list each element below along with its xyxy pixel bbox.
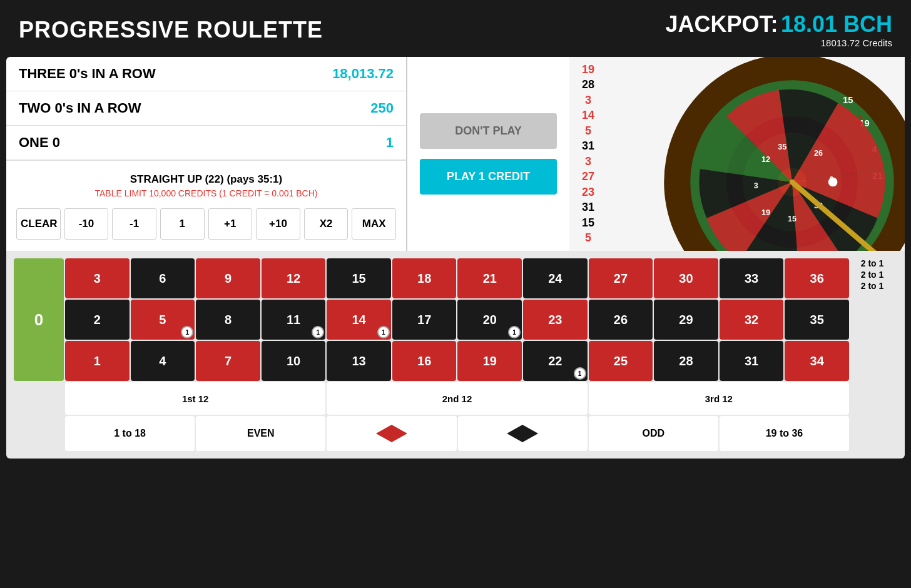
wheel-num-14: 14 bbox=[572, 109, 604, 122]
dont-play-button[interactable]: DON'T PLAY bbox=[420, 113, 557, 149]
payout-label-three: THREE 0's IN A ROW bbox=[19, 66, 156, 82]
wheel-panel: 19 28 3 14 5 31 3 27 23 31 15 5 bbox=[569, 57, 905, 251]
num-35[interactable]: 35 bbox=[785, 300, 849, 340]
num-18[interactable]: 18 bbox=[392, 258, 457, 298]
payout-value-one: 1 bbox=[386, 134, 394, 151]
wheel-num-3b: 3 bbox=[572, 155, 604, 168]
second-dozen[interactable]: 2nd 12 bbox=[327, 382, 587, 415]
num-12[interactable]: 12 bbox=[262, 258, 326, 298]
numbers-columns: 3 6 9 12 15 18 21 24 27 30 33 36 2 51 8 … bbox=[65, 258, 849, 381]
num-24[interactable]: 24 bbox=[523, 258, 588, 298]
num-15[interactable]: 15 bbox=[327, 258, 391, 298]
num-16[interactable]: 16 bbox=[392, 341, 457, 381]
num-33[interactable]: 33 bbox=[720, 258, 784, 298]
num-22[interactable]: 221 bbox=[523, 341, 588, 381]
times-two-button[interactable]: X2 bbox=[304, 208, 349, 240]
minus-ten-button[interactable]: -10 bbox=[64, 208, 109, 240]
num-34[interactable]: 34 bbox=[785, 341, 849, 381]
num-25[interactable]: 25 bbox=[589, 341, 653, 381]
minus-one-button[interactable]: -1 bbox=[112, 208, 156, 240]
two-to-one-top[interactable]: 2 to 1 bbox=[850, 258, 894, 268]
num-36[interactable]: 36 bbox=[785, 258, 849, 298]
bet-info-limit: TABLE LIMIT 10,000 CREDITS (1 CREDIT = 0… bbox=[16, 188, 396, 198]
wheel-num-31a: 31 bbox=[572, 139, 604, 153]
plus-ten-button[interactable]: +10 bbox=[256, 208, 300, 240]
payout-row-one-zero: ONE 0 1 bbox=[6, 126, 406, 160]
two-to-one-bot[interactable]: 2 to 1 bbox=[850, 281, 894, 291]
num-29[interactable]: 29 bbox=[654, 300, 718, 340]
page-title: PROGRESSIVE ROULETTE bbox=[19, 17, 323, 43]
wheel-num-31b: 31 bbox=[572, 201, 604, 214]
wheel-numbers: 19 28 3 14 5 31 3 27 23 31 15 5 bbox=[569, 57, 607, 251]
chip-22: 1 bbox=[574, 367, 586, 380]
num-5[interactable]: 51 bbox=[131, 300, 195, 340]
header: PROGRESSIVE ROULETTE JACKPOT: 18.01 BCH … bbox=[0, 0, 911, 57]
num-17[interactable]: 17 bbox=[392, 300, 457, 340]
num-32[interactable]: 32 bbox=[720, 300, 784, 340]
num-27[interactable]: 27 bbox=[589, 258, 653, 298]
clear-button[interactable]: CLEAR bbox=[16, 208, 61, 240]
bet-1-to-18[interactable]: 1 to 18 bbox=[65, 416, 195, 451]
svg-text:3: 3 bbox=[754, 182, 758, 191]
num-20[interactable]: 201 bbox=[457, 300, 522, 340]
zero-cell[interactable]: 0 bbox=[14, 258, 64, 381]
num-8[interactable]: 8 bbox=[196, 300, 260, 340]
num-23[interactable]: 23 bbox=[523, 300, 588, 340]
number-row-1: 3 6 9 12 15 18 21 24 27 30 33 36 bbox=[65, 258, 849, 298]
num-21[interactable]: 21 bbox=[457, 258, 522, 298]
svg-text:26: 26 bbox=[814, 149, 823, 158]
two-to-one-mid[interactable]: 2 to 1 bbox=[850, 270, 894, 280]
num-30[interactable]: 30 bbox=[654, 258, 718, 298]
chip-20: 1 bbox=[508, 326, 521, 338]
bet-odd[interactable]: ODD bbox=[589, 416, 718, 451]
payout-table: THREE 0's IN A ROW 18,013.72 TWO 0's IN … bbox=[6, 57, 407, 251]
bet-even[interactable]: EVEN bbox=[196, 416, 325, 451]
svg-text:35: 35 bbox=[778, 143, 786, 151]
svg-text:15: 15 bbox=[788, 215, 796, 223]
wheel-num-5b: 5 bbox=[572, 231, 604, 245]
wheel-num-23: 23 bbox=[572, 186, 604, 199]
num-26[interactable]: 26 bbox=[589, 300, 653, 340]
payout-label-two: TWO 0's IN A ROW bbox=[19, 100, 141, 116]
number-row-3: 1 4 7 10 13 16 19 221 25 28 31 34 bbox=[65, 341, 849, 381]
num-3[interactable]: 3 bbox=[65, 258, 130, 298]
black-diamond-icon bbox=[507, 425, 538, 442]
num-14[interactable]: 141 bbox=[327, 300, 391, 340]
bet-19-to-36[interactable]: 19 to 36 bbox=[720, 416, 849, 451]
svg-text:15: 15 bbox=[843, 95, 853, 105]
num-11[interactable]: 111 bbox=[262, 300, 326, 340]
num-4[interactable]: 4 bbox=[131, 341, 195, 381]
num-7[interactable]: 7 bbox=[196, 341, 260, 381]
dozen-bets: 1st 12 2nd 12 3rd 12 bbox=[14, 382, 897, 415]
svg-text:19: 19 bbox=[761, 208, 770, 217]
num-19[interactable]: 19 bbox=[457, 341, 522, 381]
bet-red[interactable] bbox=[327, 416, 456, 451]
payout-label-one: ONE 0 bbox=[19, 134, 60, 151]
num-6[interactable]: 6 bbox=[131, 258, 195, 298]
jackpot-header: JACKPOT: 18.01 BCH bbox=[665, 11, 892, 38]
third-dozen[interactable]: 3rd 12 bbox=[589, 382, 849, 415]
num-1[interactable]: 1 bbox=[65, 341, 130, 381]
plus-one-button[interactable]: +1 bbox=[208, 208, 253, 240]
bet-black[interactable] bbox=[458, 416, 588, 451]
jackpot-credits: 18013.72 Credits bbox=[665, 38, 892, 48]
first-dozen[interactable]: 1st 12 bbox=[65, 382, 325, 415]
payout-value-two: 250 bbox=[370, 100, 394, 116]
jackpot-area: JACKPOT: 18.01 BCH 18013.72 Credits bbox=[665, 11, 892, 48]
jackpot-label: JACKPOT: bbox=[665, 11, 778, 37]
board-area: 0 3 6 9 12 15 18 21 24 27 30 33 36 2 51 bbox=[6, 251, 905, 459]
num-10[interactable]: 10 bbox=[262, 341, 326, 381]
play-button[interactable]: PLAY 1 CREDIT bbox=[420, 159, 557, 195]
num-2[interactable]: 2 bbox=[65, 300, 130, 340]
chip-11: 1 bbox=[312, 326, 324, 338]
even-money-bets: 1 to 18 EVEN ODD 19 to 36 bbox=[14, 416, 897, 451]
num-28[interactable]: 28 bbox=[654, 341, 718, 381]
action-buttons-panel: DON'T PLAY PLAY 1 CREDIT bbox=[407, 57, 569, 251]
max-button[interactable]: MAX bbox=[352, 208, 396, 240]
num-31[interactable]: 31 bbox=[720, 341, 784, 381]
num-13[interactable]: 13 bbox=[327, 341, 391, 381]
wheel-num-3a: 3 bbox=[572, 94, 604, 107]
jackpot-amount: 18.01 BCH bbox=[781, 11, 892, 37]
num-9[interactable]: 9 bbox=[196, 258, 260, 298]
chip-14: 1 bbox=[377, 326, 390, 338]
